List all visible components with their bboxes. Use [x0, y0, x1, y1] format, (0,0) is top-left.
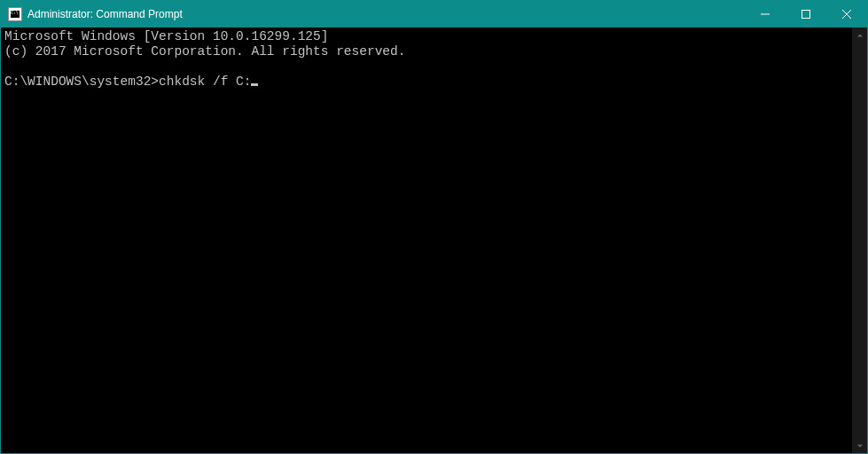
- maximize-button[interactable]: [786, 1, 826, 27]
- scroll-up-button[interactable]: [852, 27, 867, 43]
- close-button[interactable]: [826, 1, 867, 27]
- content-area: Microsoft Windows [Version 10.0.16299.12…: [1, 27, 867, 453]
- terminal-output[interactable]: Microsoft Windows [Version 10.0.16299.12…: [1, 27, 852, 453]
- minimize-icon: [761, 10, 770, 19]
- prompt-text: C:\WINDOWS\system32>: [4, 74, 159, 89]
- vertical-scrollbar[interactable]: [852, 27, 867, 453]
- chevron-down-icon: [856, 442, 864, 450]
- copyright-line: (c) 2017 Microsoft Corporation. All righ…: [4, 44, 405, 59]
- app-icon: [8, 7, 22, 21]
- svg-rect-1: [802, 11, 810, 19]
- typed-command: chkdsk /f C:: [159, 74, 251, 89]
- titlebar[interactable]: Administrator: Command Prompt: [1, 1, 867, 27]
- maximize-icon: [802, 10, 810, 19]
- scroll-down-button[interactable]: [852, 438, 867, 453]
- text-cursor: [251, 83, 258, 86]
- scroll-track[interactable]: [852, 43, 867, 438]
- window-title: Administrator: Command Prompt: [27, 8, 745, 20]
- minimize-button[interactable]: [745, 1, 786, 27]
- window-controls: [745, 1, 867, 27]
- version-line: Microsoft Windows [Version 10.0.16299.12…: [4, 29, 328, 43]
- close-icon: [842, 10, 851, 19]
- command-prompt-window: Administrator: Command Prompt Microsoft …: [0, 0, 868, 454]
- chevron-up-icon: [856, 32, 864, 39]
